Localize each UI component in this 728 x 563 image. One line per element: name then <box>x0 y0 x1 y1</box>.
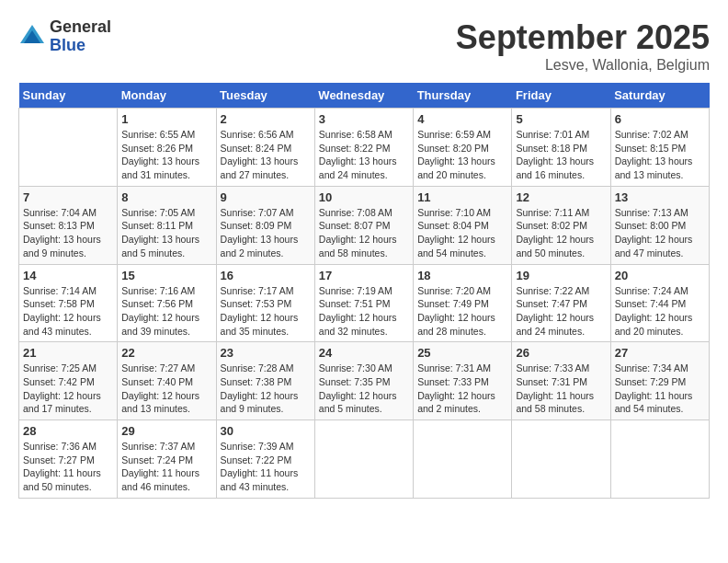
day-info: Sunrise: 6:58 AMSunset: 8:22 PMDaylight:… <box>319 128 409 182</box>
calendar-day-cell: 28Sunrise: 7:36 AMSunset: 7:27 PMDayligh… <box>19 420 118 499</box>
calendar-day-cell: 18Sunrise: 7:20 AMSunset: 7:49 PMDayligh… <box>414 264 512 342</box>
day-info: Sunrise: 6:55 AMSunset: 8:26 PMDaylight:… <box>121 128 211 182</box>
calendar-day-cell: 23Sunrise: 7:28 AMSunset: 7:38 PMDayligh… <box>216 342 314 420</box>
day-info: Sunrise: 7:16 AMSunset: 7:56 PMDaylight:… <box>121 284 211 339</box>
calendar-header-row: SundayMondayTuesdayWednesdayThursdayFrid… <box>19 83 710 109</box>
calendar-day-cell: 7Sunrise: 7:04 AMSunset: 8:13 PMDaylight… <box>19 186 118 264</box>
day-number: 16 <box>221 269 311 282</box>
calendar-day-cell <box>414 420 512 499</box>
calendar-day-cell: 3Sunrise: 6:58 AMSunset: 8:22 PMDaylight… <box>314 109 413 187</box>
calendar-day-cell: 4Sunrise: 6:59 AMSunset: 8:20 PMDaylight… <box>414 109 512 187</box>
logo: General Blue <box>18 18 111 55</box>
calendar-day-cell: 25Sunrise: 7:31 AMSunset: 7:33 PMDayligh… <box>414 342 512 420</box>
day-number: 8 <box>121 190 211 204</box>
day-number: 22 <box>121 346 211 360</box>
calendar-day-cell: 9Sunrise: 7:07 AMSunset: 8:09 PMDaylight… <box>216 186 314 264</box>
day-number: 24 <box>319 346 409 360</box>
day-number: 21 <box>23 346 113 360</box>
calendar-day-cell: 13Sunrise: 7:13 AMSunset: 8:00 PMDayligh… <box>610 186 709 264</box>
calendar-day-cell <box>610 420 709 499</box>
day-number: 23 <box>221 346 311 360</box>
day-info: Sunrise: 7:19 AMSunset: 7:51 PMDaylight:… <box>319 284 409 339</box>
day-number: 15 <box>121 269 211 282</box>
calendar-day-cell <box>19 109 118 187</box>
day-number: 30 <box>221 424 311 438</box>
calendar-day-cell: 19Sunrise: 7:22 AMSunset: 7:47 PMDayligh… <box>512 264 610 342</box>
calendar-day-cell <box>314 420 413 499</box>
day-info: Sunrise: 7:30 AMSunset: 7:35 PMDaylight:… <box>319 362 409 416</box>
calendar-day-cell: 2Sunrise: 6:56 AMSunset: 8:24 PMDaylight… <box>216 109 314 187</box>
day-number: 25 <box>417 346 507 360</box>
day-number: 9 <box>221 190 311 204</box>
day-info: Sunrise: 7:04 AMSunset: 8:13 PMDaylight:… <box>23 206 113 260</box>
day-info: Sunrise: 7:33 AMSunset: 7:31 PMDaylight:… <box>516 362 606 416</box>
calendar-day-header: Sunday <box>19 83 118 109</box>
logo-blue: Blue <box>50 37 111 55</box>
day-info: Sunrise: 7:34 AMSunset: 7:29 PMDaylight:… <box>615 362 705 416</box>
day-info: Sunrise: 6:59 AMSunset: 8:20 PMDaylight:… <box>417 128 507 182</box>
calendar-day-header: Tuesday <box>216 83 314 109</box>
calendar-day-cell: 16Sunrise: 7:17 AMSunset: 7:53 PMDayligh… <box>216 264 314 342</box>
calendar-week-row: 28Sunrise: 7:36 AMSunset: 7:27 PMDayligh… <box>19 420 710 499</box>
day-number: 19 <box>516 269 606 282</box>
calendar-day-header: Wednesday <box>314 83 413 109</box>
day-info: Sunrise: 7:37 AMSunset: 7:24 PMDaylight:… <box>121 440 211 494</box>
calendar-day-cell: 1Sunrise: 6:55 AMSunset: 8:26 PMDaylight… <box>118 109 216 187</box>
day-info: Sunrise: 7:08 AMSunset: 8:07 PMDaylight:… <box>319 206 409 260</box>
day-number: 13 <box>615 190 705 204</box>
calendar-day-cell: 29Sunrise: 7:37 AMSunset: 7:24 PMDayligh… <box>118 420 216 499</box>
calendar-day-header: Monday <box>118 83 216 109</box>
day-info: Sunrise: 7:05 AMSunset: 8:11 PMDaylight:… <box>121 206 211 260</box>
calendar-day-header: Friday <box>512 83 610 109</box>
calendar-day-cell: 14Sunrise: 7:14 AMSunset: 7:58 PMDayligh… <box>19 264 118 342</box>
day-number: 18 <box>417 269 507 282</box>
calendar-day-cell: 22Sunrise: 7:27 AMSunset: 7:40 PMDayligh… <box>118 342 216 420</box>
calendar-day-cell: 6Sunrise: 7:02 AMSunset: 8:15 PMDaylight… <box>610 109 709 187</box>
day-info: Sunrise: 7:39 AMSunset: 7:22 PMDaylight:… <box>221 440 311 494</box>
calendar-day-cell: 12Sunrise: 7:11 AMSunset: 8:02 PMDayligh… <box>512 186 610 264</box>
day-number: 14 <box>23 269 113 282</box>
day-info: Sunrise: 7:36 AMSunset: 7:27 PMDaylight:… <box>23 440 113 494</box>
month-title: September 2025 <box>456 18 710 57</box>
calendar-day-cell: 10Sunrise: 7:08 AMSunset: 8:07 PMDayligh… <box>314 186 413 264</box>
day-number: 4 <box>417 112 507 126</box>
calendar-day-cell: 17Sunrise: 7:19 AMSunset: 7:51 PMDayligh… <box>314 264 413 342</box>
calendar-week-row: 7Sunrise: 7:04 AMSunset: 8:13 PMDaylight… <box>19 186 710 264</box>
calendar-day-header: Saturday <box>610 83 709 109</box>
day-info: Sunrise: 7:22 AMSunset: 7:47 PMDaylight:… <box>516 284 606 339</box>
day-number: 17 <box>319 269 409 282</box>
calendar-week-row: 14Sunrise: 7:14 AMSunset: 7:58 PMDayligh… <box>19 264 710 342</box>
day-info: Sunrise: 7:11 AMSunset: 8:02 PMDaylight:… <box>516 206 606 260</box>
page-header: General Blue September 2025 Lesve, Wallo… <box>18 18 710 74</box>
calendar-day-cell: 21Sunrise: 7:25 AMSunset: 7:42 PMDayligh… <box>19 342 118 420</box>
location-title: Lesve, Wallonia, Belgium <box>456 57 710 74</box>
day-info: Sunrise: 7:13 AMSunset: 8:00 PMDaylight:… <box>615 206 705 260</box>
day-number: 2 <box>221 112 311 126</box>
calendar-day-header: Thursday <box>414 83 512 109</box>
day-info: Sunrise: 7:27 AMSunset: 7:40 PMDaylight:… <box>121 362 211 416</box>
title-block: September 2025 Lesve, Wallonia, Belgium <box>456 18 710 74</box>
calendar-day-cell: 15Sunrise: 7:16 AMSunset: 7:56 PMDayligh… <box>118 264 216 342</box>
calendar-day-cell: 27Sunrise: 7:34 AMSunset: 7:29 PMDayligh… <box>610 342 709 420</box>
calendar-week-row: 1Sunrise: 6:55 AMSunset: 8:26 PMDaylight… <box>19 109 710 187</box>
calendar-day-cell: 5Sunrise: 7:01 AMSunset: 8:18 PMDaylight… <box>512 109 610 187</box>
calendar-day-cell: 26Sunrise: 7:33 AMSunset: 7:31 PMDayligh… <box>512 342 610 420</box>
logo-general: General <box>50 18 111 37</box>
day-number: 26 <box>516 346 606 360</box>
day-info: Sunrise: 7:28 AMSunset: 7:38 PMDaylight:… <box>221 362 311 416</box>
day-number: 20 <box>615 269 705 282</box>
calendar-day-cell: 8Sunrise: 7:05 AMSunset: 8:11 PMDaylight… <box>118 186 216 264</box>
day-info: Sunrise: 7:02 AMSunset: 8:15 PMDaylight:… <box>615 128 705 182</box>
calendar-day-cell <box>512 420 610 499</box>
day-number: 5 <box>516 112 606 126</box>
day-number: 11 <box>417 190 507 204</box>
day-info: Sunrise: 7:07 AMSunset: 8:09 PMDaylight:… <box>221 206 311 260</box>
calendar-day-cell: 30Sunrise: 7:39 AMSunset: 7:22 PMDayligh… <box>216 420 314 499</box>
day-info: Sunrise: 7:01 AMSunset: 8:18 PMDaylight:… <box>516 128 606 182</box>
day-info: Sunrise: 7:10 AMSunset: 8:04 PMDaylight:… <box>417 206 507 260</box>
day-number: 1 <box>121 112 211 126</box>
day-info: Sunrise: 7:25 AMSunset: 7:42 PMDaylight:… <box>23 362 113 416</box>
day-number: 6 <box>615 112 705 126</box>
logo-icon <box>18 23 46 51</box>
day-number: 29 <box>121 424 211 438</box>
